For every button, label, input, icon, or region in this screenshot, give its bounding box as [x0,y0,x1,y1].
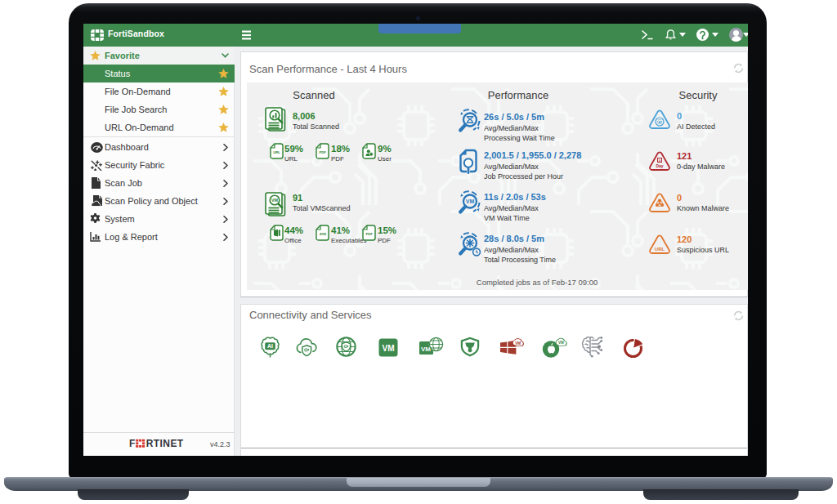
svg-text:VM: VM [383,344,395,353]
svg-text:AI: AI [267,343,273,349]
svg-text:URL: URL [655,247,665,252]
svg-text:VM: VM [515,341,521,346]
svg-text:Day: Day [656,163,663,168]
svg-text:AI: AI [658,121,661,124]
svg-text:PDF: PDF [319,150,326,154]
svg-text:VM: VM [466,198,475,204]
svg-text:0: 0 [659,159,660,163]
svg-text:PDF: PDF [365,232,373,236]
svg-text:URL: URL [273,150,280,154]
svg-text:F: F [129,439,135,448]
svg-text:VM: VM [271,198,279,203]
svg-text:.EXE: .EXE [319,232,326,236]
svg-text:VM: VM [558,341,564,345]
svg-text:RTINET: RTINET [146,439,184,448]
